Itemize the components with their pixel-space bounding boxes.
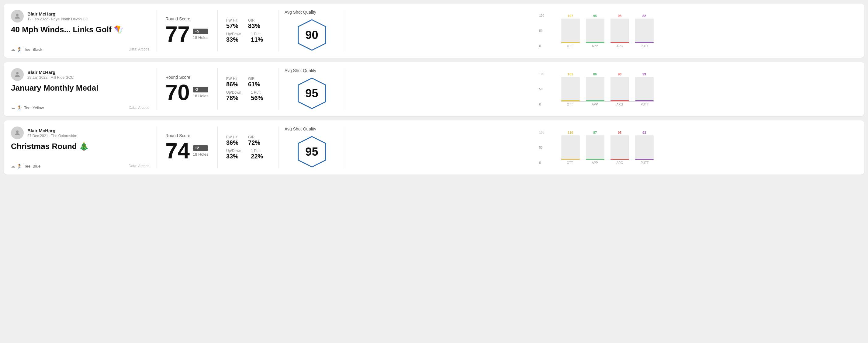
- chart-section: 100 50 0 110 87: [345, 126, 857, 168]
- chart-x-label: ARG: [611, 161, 629, 164]
- bar-group: 98: [611, 14, 629, 43]
- chart-outer: 100 50 0 110 87: [550, 131, 654, 164]
- stat-updown-label: Up/Down: [226, 149, 241, 153]
- bar-inner: [611, 77, 629, 101]
- bar-value-label: 86: [593, 72, 597, 76]
- hexagon: 95: [295, 135, 329, 168]
- stat-gir: GIR 83%: [248, 18, 260, 30]
- bag-icon: 🏌: [17, 164, 22, 168]
- stat-fw-hit: FW Hit 86%: [226, 76, 238, 88]
- bar-value-label: 99: [643, 72, 646, 76]
- quality-section: Avg Shot Quality 95: [278, 126, 345, 168]
- score-holes: 18 Holes: [193, 94, 208, 98]
- stats-row-top: FW Hit 57% GIR 83%: [226, 18, 270, 30]
- stat-oneputt-value: 22%: [251, 153, 263, 160]
- stat-oneputt-label: 1 Putt: [251, 90, 263, 95]
- bar-chart: 100 50 0 110 87: [550, 131, 654, 164]
- chart-section: 100 50 0 101 86: [345, 68, 857, 110]
- user-info: Blair McHarg 12 Feb 2022 · Royal North D…: [27, 11, 88, 21]
- score-number: 74: [165, 140, 190, 162]
- tee-info: ☁ 🏌 Tee: Blue: [11, 164, 40, 168]
- stat-oneputt-value: 56%: [251, 95, 263, 101]
- stats-section: FW Hit 86% GIR 61% Up/Down 78% 1 Putt: [218, 68, 278, 110]
- round-card: Blair McHarg 27 Dec 2021 · The Oxfordshi…: [4, 120, 864, 175]
- bar-group: 87: [586, 131, 604, 160]
- bar-inner: [586, 77, 604, 101]
- round-title: Christmas Round 🎄: [11, 142, 149, 151]
- bar-group: 101: [561, 72, 580, 101]
- user-date: 12 Feb 2022 · Royal North Devon GC: [27, 17, 88, 21]
- quality-section: Avg Shot Quality 95: [278, 68, 345, 110]
- stat-updown-value: 33%: [226, 36, 241, 43]
- score-badge: +5: [193, 29, 208, 34]
- bar-inner: [635, 77, 654, 101]
- chart-x-label: PUTT: [636, 103, 654, 106]
- chart-outer: 100 50 0 107 95: [550, 14, 654, 48]
- chart-x-label: APP: [586, 161, 604, 164]
- y-label-50: 50: [539, 29, 545, 33]
- bar-group: 82: [635, 14, 654, 43]
- round-card: Blair McHarg 29 Jan 2022 · Mill Ride GCC…: [4, 62, 864, 116]
- score-section-label: Round Score: [165, 17, 209, 21]
- score-section-label: Round Score: [165, 75, 209, 80]
- bars-container: 107 95 98: [561, 14, 654, 43]
- stat-updown: Up/Down 33%: [226, 32, 241, 43]
- tee-label: Tee: Yellow: [24, 105, 44, 110]
- stat-updown-value: 78%: [226, 95, 241, 101]
- card-left: Blair McHarg 29 Jan 2022 · Mill Ride GCC…: [11, 68, 157, 110]
- bar-bg: [561, 19, 580, 43]
- avatar: [11, 68, 24, 81]
- stat-oneputt-label: 1 Putt: [251, 32, 263, 36]
- bar-line: [561, 159, 580, 160]
- chart-x-label: OTT: [561, 44, 579, 48]
- stat-gir-value: 83%: [248, 23, 260, 30]
- bar-bg: [586, 135, 604, 160]
- bar-inner: [635, 135, 654, 160]
- stats-row-top: FW Hit 86% GIR 61%: [226, 76, 270, 88]
- stats-row-top: FW Hit 36% GIR 72%: [226, 135, 270, 146]
- bar-bg: [561, 77, 580, 101]
- bar-line: [611, 42, 629, 43]
- svg-point-4: [16, 130, 19, 133]
- stat-updown-label: Up/Down: [226, 32, 241, 36]
- bar-bg: [586, 77, 604, 101]
- stats-section: FW Hit 36% GIR 72% Up/Down 33% 1 Putt: [218, 126, 278, 168]
- stat-updown: Up/Down 33%: [226, 149, 241, 160]
- stat-gir-label: GIR: [248, 76, 260, 81]
- stat-fw-hit: FW Hit 36%: [226, 135, 238, 146]
- bar-inner: [611, 19, 629, 43]
- y-label-100: 100: [539, 72, 545, 76]
- stat-gir-label: GIR: [248, 135, 260, 139]
- data-source: Data: Arccos: [129, 105, 149, 110]
- bar-value-label: 95: [618, 131, 621, 134]
- bar-bg: [635, 19, 654, 43]
- user-row: Blair McHarg 29 Jan 2022 · Mill Ride GCC: [11, 68, 149, 81]
- bar-inner: [635, 19, 654, 43]
- weather-icon: ☁: [11, 47, 15, 52]
- bar-line: [586, 159, 604, 160]
- user-date: 29 Jan 2022 · Mill Ride GCC: [27, 75, 73, 80]
- weather-icon: ☁: [11, 105, 15, 110]
- user-row: Blair McHarg 12 Feb 2022 · Royal North D…: [11, 10, 149, 23]
- chart-x-labels: OTT APP ARG PUTT: [561, 44, 654, 48]
- chart-y-labels: 100 50 0: [539, 72, 545, 106]
- score-details: +2 18 Holes: [193, 145, 208, 157]
- avatar: [11, 126, 24, 139]
- stat-updown: Up/Down 78%: [226, 90, 241, 101]
- bar-group: 86: [586, 72, 604, 101]
- bar-bg: [586, 19, 604, 43]
- tee-label: Tee: Blue: [24, 164, 40, 168]
- stat-oneputt: 1 Putt 22%: [251, 149, 263, 160]
- chart-y-labels: 100 50 0: [539, 131, 545, 164]
- bar-bg: [635, 135, 654, 160]
- quality-section-label: Avg Shot Quality: [285, 126, 316, 131]
- stat-oneputt-value: 11%: [251, 36, 263, 43]
- chart-x-label: APP: [586, 103, 604, 106]
- bar-value-label: 82: [643, 14, 646, 18]
- stat-fw-hit-label: FW Hit: [226, 18, 238, 23]
- card-left: Blair McHarg 12 Feb 2022 · Royal North D…: [11, 10, 157, 52]
- hexagon: 90: [295, 18, 329, 52]
- bars-container: 110 87 95: [561, 131, 654, 160]
- bar-group: 99: [635, 72, 654, 101]
- hexagon-value: 90: [305, 29, 318, 42]
